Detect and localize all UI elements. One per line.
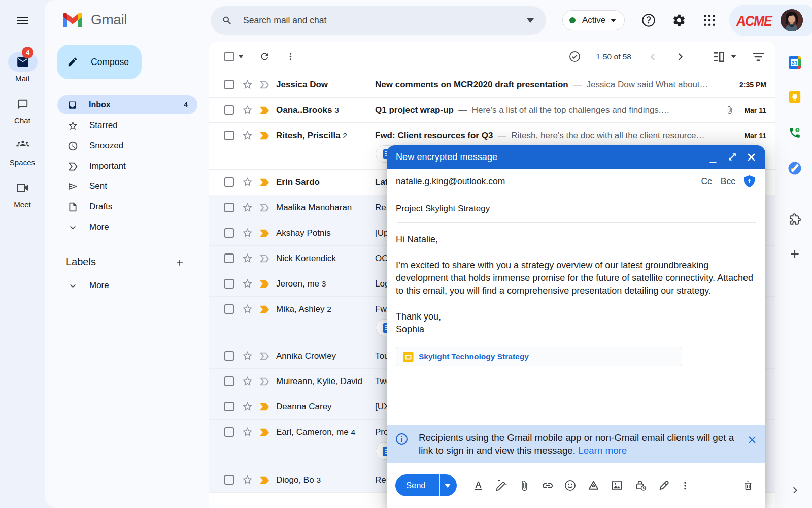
svg-text:31: 31 [791,60,797,66]
